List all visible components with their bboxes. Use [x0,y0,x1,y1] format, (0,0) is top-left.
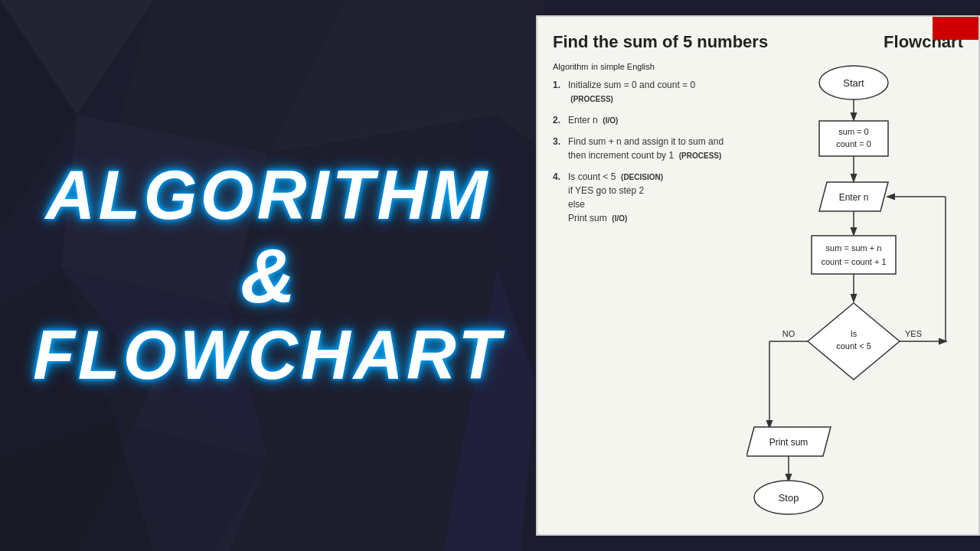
algo-step-3: 3. Find sum + n and assign it to sum and… [553,135,737,162]
algorithm-steps: 1. Initialize sum = 0 and count = 0 (PRO… [553,78,737,225]
step-text-4: Is count < 5 (DECISION) if YES go to ste… [568,170,737,225]
svg-text:Start: Start [843,77,864,89]
title-block: ALGORITHM & FLOWCHART [33,158,503,393]
slide-header: Find the sum of 5 numbers Flowchart [553,32,963,52]
step-text-1: Initialize sum = 0 and count = 0 (PROCES… [568,78,737,106]
algorithm-label: Algorithm in simple English [553,60,737,72]
red-corner-accent [933,17,978,40]
title-amp: & [33,233,503,318]
svg-text:count = 0: count = 0 [836,139,871,148]
svg-text:Enter n: Enter n [839,192,869,203]
algorithm-section: Algorithm in simple English 1. Initializ… [553,60,737,534]
algo-step-2: 2. Enter n (I/O) [553,113,737,127]
svg-text:Stop: Stop [779,492,799,504]
slide-panel: Find the sum of 5 numbers Flowchart Algo… [536,15,980,536]
step-text-3: Find sum + n and assign it to sum and th… [568,135,737,162]
step-num-2: 2. [553,113,568,127]
algo-step-1: 1. Initialize sum = 0 and count = 0 (PRO… [553,78,737,106]
flowchart-section: Start sum = 0 count = 0 Enter n sum = su… [744,60,963,534]
step-num-4: 4. [553,170,568,225]
svg-text:count = count + 1: count = count + 1 [821,257,886,266]
svg-text:count < 5: count < 5 [836,341,871,350]
svg-rect-21 [819,121,888,156]
left-panel: ALGORITHM & FLOWCHART [0,0,536,551]
algo-step-4: 4. Is count < 5 (DECISION) if YES go to … [553,170,737,225]
svg-text:NO: NO [782,329,795,338]
step-num-1: 1. [553,78,568,106]
svg-text:YES: YES [905,329,922,338]
svg-text:Is: Is [851,329,858,338]
svg-text:sum = sum + n: sum = sum + n [826,243,882,253]
slide-body: Algorithm in simple English 1. Initializ… [553,60,963,534]
title-line1: ALGORITHM [33,158,503,233]
step-num-3: 3. [553,135,568,162]
slide-title: Find the sum of 5 numbers [553,32,768,52]
svg-text:sum = 0: sum = 0 [838,127,868,136]
flowchart-svg: Start sum = 0 count = 0 Enter n sum = su… [746,60,961,534]
step-text-2: Enter n (I/O) [568,113,737,127]
svg-rect-28 [812,236,896,274]
title-line2: FLOWCHART [33,318,503,393]
svg-text:Print sum: Print sum [769,437,808,448]
